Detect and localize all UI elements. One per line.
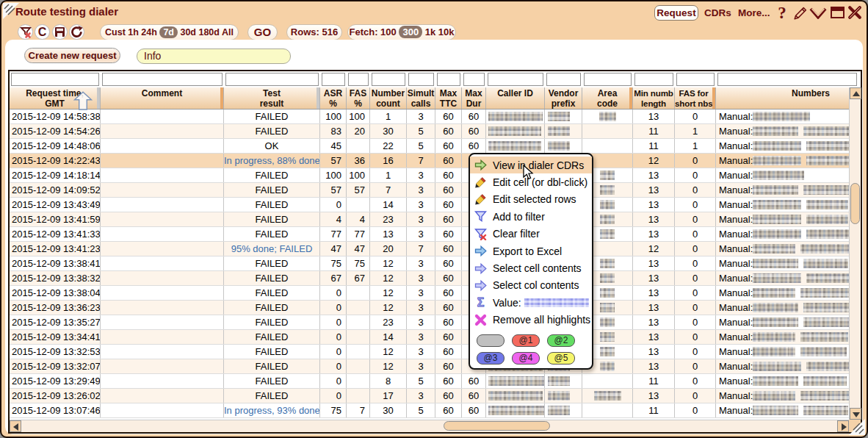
svg-text:Σ: Σ bbox=[477, 296, 485, 309]
svg-text:?: ? bbox=[778, 4, 786, 22]
svg-text:C: C bbox=[38, 26, 47, 38]
